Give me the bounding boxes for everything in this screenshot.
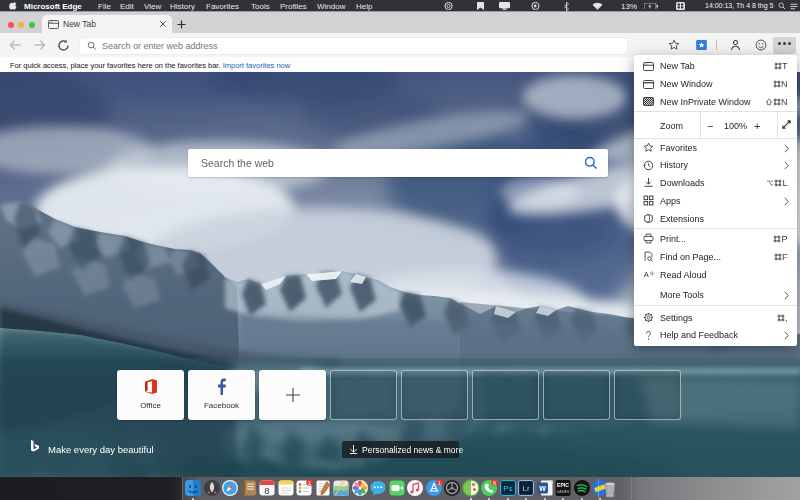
svg-text:A: A: [644, 270, 650, 279]
svg-text:Lr: Lr: [522, 484, 529, 493]
svg-text:1: 1: [437, 479, 440, 485]
svg-text:w: w: [538, 483, 546, 493]
svg-text:6: 6: [493, 479, 496, 485]
svg-text:1: 1: [308, 479, 311, 485]
svg-text:GAMES: GAMES: [557, 489, 571, 493]
svg-text:EPIC: EPIC: [557, 482, 569, 488]
svg-text:8: 8: [264, 484, 269, 495]
svg-text:Ps: Ps: [503, 484, 512, 493]
